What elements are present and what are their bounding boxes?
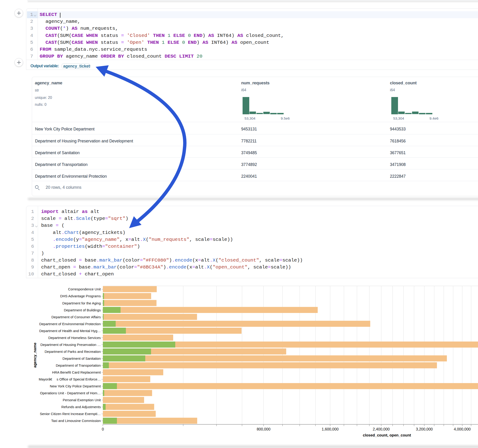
svg-text:Department for the Aging: Department for the Aging: [62, 301, 101, 305]
svg-text:Taxi and Limousine Commission: Taxi and Limousine Commission: [51, 419, 101, 423]
svg-text:3,200,000: 3,200,000: [416, 427, 433, 431]
svg-text:Department of Buildings: Department of Buildings: [64, 308, 101, 312]
svg-text:Department of Parks and Recrea: Department of Parks and Recreation: [45, 350, 101, 354]
svg-text:HRA Benefit Card Replacement: HRA Benefit Card Replacement: [52, 370, 101, 374]
svg-text:1,600,000: 1,600,000: [322, 427, 339, 431]
svg-text:4,000,000: 4,000,000: [454, 427, 471, 431]
svg-text:Department of Environmental Pr: Department of Environmental Protection: [39, 322, 101, 326]
svg-text:Correspondence Unit: Correspondence Unit: [68, 287, 101, 291]
svg-text:Senior Citizen Rent Increase E: Senior Citizen Rent Increase Exempti…: [40, 412, 101, 416]
svg-text:Department of Consumer Affairs: Department of Consumer Affairs: [51, 315, 101, 319]
svg-text:Mayorâ€ s Office of Special E: Mayorâ€ s Office of Special Enforce…: [39, 377, 101, 381]
svg-text:agency_name: agency_name: [33, 343, 37, 368]
svg-text:DHS Advantage Programs: DHS Advantage Programs: [60, 294, 101, 298]
svg-text:2,400,000: 2,400,000: [373, 427, 390, 431]
svg-text:Personal Exemption Unit: Personal Exemption Unit: [63, 398, 101, 402]
svg-text:Refunds and Adjustments: Refunds and Adjustments: [61, 405, 101, 409]
svg-text:Department of Sanitation: Department of Sanitation: [63, 356, 101, 361]
svg-text:Department of Health and Menta: Department of Health and Mental Hyg…: [39, 329, 101, 333]
svg-text:Department of Housing Preserva: Department of Housing Preservation …: [40, 343, 101, 347]
svg-text:Department of Homeless Service: Department of Homeless Services: [48, 336, 101, 340]
svg-text:800,000: 800,000: [257, 427, 270, 431]
svg-text:0: 0: [102, 427, 104, 431]
svg-text:New York City Police Departmen: New York City Police Department: [50, 384, 101, 388]
svg-text:closed_count, open_count: closed_count, open_count: [363, 433, 411, 437]
svg-text:Department of Transportation: Department of Transportation: [56, 363, 101, 367]
svg-text:Operations Unit - Department o: Operations Unit - Department of Hom…: [40, 391, 101, 395]
